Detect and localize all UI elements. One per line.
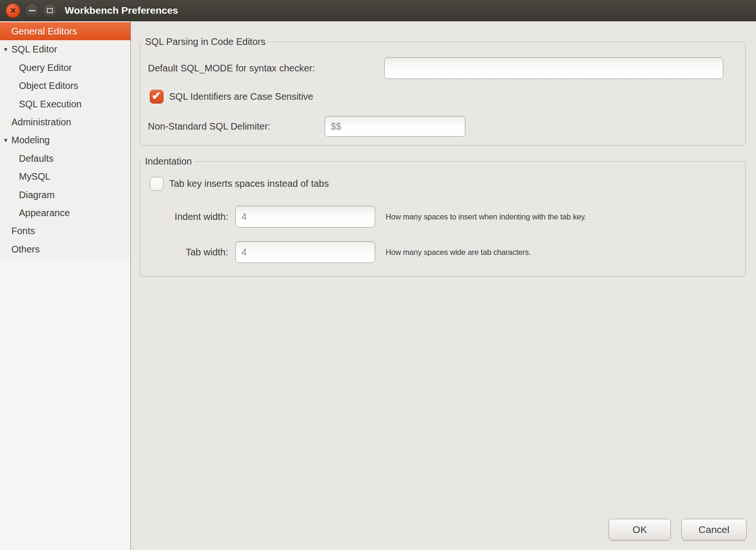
chevron-down-icon[interactable]: ▾ — [1, 131, 10, 149]
sidebar-item-object-editors[interactable]: Object Editors — [0, 77, 130, 95]
maximize-icon[interactable] — [43, 3, 57, 18]
group-sql-parsing-title: SQL Parsing in Code Editors — [143, 35, 268, 48]
titlebar: ✕ Workbench Preferences — [0, 0, 756, 21]
chevron-down-icon[interactable]: ▾ — [1, 40, 10, 58]
sidebar-item-label: SQL Execution — [19, 99, 82, 109]
sidebar-item-label: Query Editor — [19, 62, 72, 73]
sidebar-item-administration[interactable]: Administration — [0, 113, 130, 131]
sidebar-item-general-editors[interactable]: General Editors — [0, 22, 130, 40]
tab-spaces-checkbox[interactable] — [150, 177, 163, 191]
delimiter-label: Non-Standard SQL Delimiter: — [148, 116, 270, 137]
minimize-icon[interactable] — [25, 3, 39, 18]
minimize-glyph — [29, 10, 35, 11]
sql-mode-input[interactable] — [384, 57, 723, 79]
sidebar-item-mysql[interactable]: MySQL — [0, 167, 130, 185]
sidebar: General Editors▾SQL EditorQuery EditorOb… — [0, 21, 131, 550]
sidebar-item-label: Object Editors — [19, 80, 78, 91]
sidebar-item-label: Others — [11, 244, 40, 254]
sidebar-item-sql-execution[interactable]: SQL Execution — [0, 95, 130, 113]
indent-width-label: Indent width: — [148, 206, 228, 227]
sidebar-item-others[interactable]: Others — [0, 240, 130, 258]
sql-mode-label: Default SQL_MODE for syntax checker: — [148, 57, 315, 79]
indent-width-input[interactable] — [235, 206, 375, 227]
sidebar-item-label: Appearance — [19, 208, 70, 218]
sidebar-item-label: MySQL — [19, 171, 51, 182]
sidebar-tree: General Editors▾SQL EditorQuery EditorOb… — [0, 21, 130, 258]
group-indentation-title: Indentation — [143, 155, 194, 168]
group-sql-parsing: SQL Parsing in Code Editors Default SQL_… — [140, 42, 746, 146]
sidebar-item-fonts[interactable]: Fonts — [0, 222, 130, 240]
tab-spaces-label: Tab key inserts spaces instead of tabs — [169, 177, 329, 191]
sidebar-item-query-editor[interactable]: Query Editor — [0, 59, 130, 77]
case-sensitive-label: SQL Identifiers are Case Sensitive — [169, 90, 313, 104]
cancel-button[interactable]: Cancel — [681, 519, 747, 541]
sidebar-item-diagram[interactable]: Diagram — [0, 186, 130, 204]
sidebar-item-label: Diagram — [19, 190, 55, 200]
sidebar-item-defaults[interactable]: Defaults — [0, 149, 130, 167]
group-indentation: Indentation Tab key inserts spaces inste… — [140, 161, 746, 277]
sidebar-item-sql-editor[interactable]: ▾SQL Editor — [0, 40, 130, 58]
close-x-glyph: ✕ — [10, 7, 16, 15]
delimiter-input[interactable] — [325, 116, 465, 137]
window-title: Workbench Preferences — [65, 0, 178, 21]
sidebar-item-label: SQL Editor — [11, 44, 57, 54]
ok-button[interactable]: OK — [609, 519, 671, 541]
indent-width-help: How many spaces to insert when indenting… — [386, 206, 586, 227]
case-sensitive-checkbox[interactable] — [150, 90, 163, 104]
maximize-glyph — [47, 8, 53, 13]
sidebar-item-label: Administration — [11, 117, 71, 127]
sidebar-item-label: Fonts — [11, 226, 35, 236]
sidebar-item-label: Defaults — [19, 153, 53, 164]
tab-width-label: Tab width: — [148, 241, 228, 263]
close-icon[interactable]: ✕ — [6, 3, 20, 18]
sidebar-item-modeling[interactable]: ▾Modeling — [0, 131, 130, 149]
tab-width-input[interactable] — [235, 241, 375, 263]
sidebar-item-label: Modeling — [11, 135, 50, 145]
sidebar-item-appearance[interactable]: Appearance — [0, 204, 130, 222]
tab-width-help: How many spaces wide are tab characters. — [386, 241, 531, 263]
main-content: SQL Parsing in Code Editors Default SQL_… — [131, 21, 756, 550]
sidebar-item-label: General Editors — [11, 26, 77, 36]
